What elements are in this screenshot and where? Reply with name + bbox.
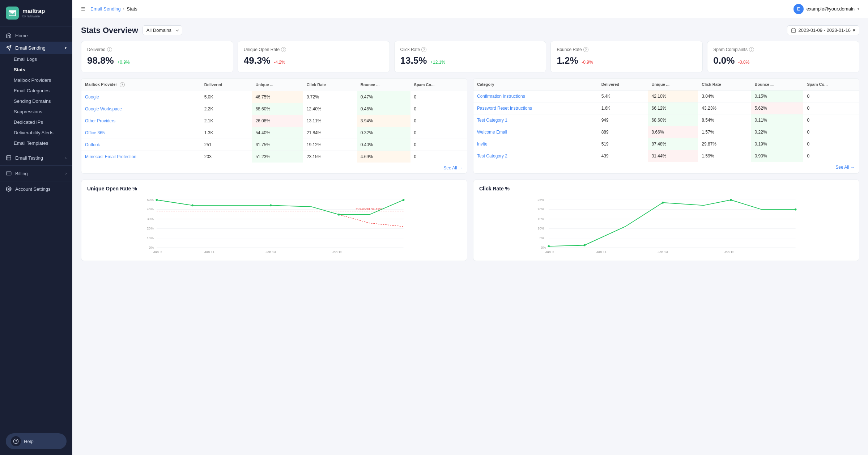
cat-unique-cell: 87.48%	[648, 138, 698, 150]
sidebar-sub-stats[interactable]: Stats	[0, 64, 72, 75]
cat-delivered-cell: 1.6K	[598, 102, 648, 114]
see-all-mailbox-row: See All →	[81, 163, 467, 173]
col-mailbox-bounce: Bounce ...	[357, 79, 410, 91]
mailbox-name-cell[interactable]: Google	[81, 91, 201, 103]
cat-name-cell[interactable]: Test Category 1	[473, 114, 598, 126]
mailbox-spam-cell: 0	[410, 103, 467, 115]
breadcrumb-current: Stats	[127, 6, 137, 12]
cat-unique-cell: 66.12%	[648, 102, 698, 114]
see-all-mailbox-link[interactable]: See All →	[443, 165, 463, 170]
svg-text:Jan 11: Jan 11	[204, 250, 214, 254]
date-range-value: 2023-01-09 - 2023-01-16	[798, 28, 851, 33]
open-rate-chart-title: Unique Open Rate %	[87, 186, 461, 191]
sidebar-item-account-settings[interactable]: Account Settings	[0, 183, 72, 195]
cat-delivered-cell: 5.4K	[598, 90, 648, 102]
info-icon-mailbox[interactable]: ?	[120, 82, 125, 87]
cat-name-cell[interactable]: Invite	[473, 138, 598, 150]
date-range-picker[interactable]: 2023-01-09 - 2023-01-16 ▾	[787, 25, 859, 35]
table-row: Confirmation Instructions 5.4K 42.10% 3.…	[473, 90, 859, 102]
sidebar-sub-mailbox-providers[interactable]: Mailbox Providers	[0, 75, 72, 85]
avatar: E	[793, 4, 804, 14]
info-icon-open-rate[interactable]: ?	[281, 47, 286, 52]
sidebar-sub-email-categories[interactable]: Email Categories	[0, 85, 72, 96]
mailbox-unique-cell: 26.08%	[252, 115, 303, 127]
mailbox-bounce-cell: 0.47%	[357, 91, 410, 103]
table-row: Mimecast Email Protection 203 51.23% 23.…	[81, 151, 467, 163]
cat-spam-cell: 0	[803, 138, 859, 150]
see-all-category-link[interactable]: See All →	[835, 165, 855, 170]
mailbox-delivered-cell: 1.3K	[201, 127, 252, 139]
sidebar-sub-deliverability-alerts[interactable]: Deliverability Alerts	[0, 127, 72, 138]
cat-unique-cell: 8.66%	[648, 126, 698, 138]
sidebar-sub-sending-domains[interactable]: Sending Domains	[0, 96, 72, 106]
info-icon-delivered[interactable]: ?	[107, 47, 112, 52]
info-icon-bounce-rate[interactable]: ?	[583, 47, 588, 52]
mailbox-bounce-cell: 4.69%	[357, 151, 410, 163]
mailbox-click-cell: 13.11%	[303, 115, 357, 127]
sidebar-item-billing-label: Billing	[15, 171, 28, 176]
card-open-rate-delta: -4.2%	[274, 60, 285, 65]
sidebar-item-email-sending[interactable]: Email Sending ▾	[0, 42, 72, 54]
summary-card-delivered: Delivered ? 98.8% +0.9%	[81, 41, 233, 72]
help-button[interactable]: Help	[6, 433, 67, 449]
sidebar-sub-email-logs[interactable]: Email Logs	[0, 54, 72, 64]
mailbox-unique-cell: 54.40%	[252, 127, 303, 139]
svg-text:0%: 0%	[541, 245, 546, 249]
cat-delivered-cell: 889	[598, 126, 648, 138]
mailbox-name-cell[interactable]: Mimecast Email Protection	[81, 151, 201, 163]
cat-name-cell[interactable]: Password Reset Instructions	[473, 102, 598, 114]
svg-text:Jan 15: Jan 15	[332, 250, 342, 254]
sidebar-item-billing[interactable]: Billing ›	[0, 167, 72, 180]
table-row: Google 5.0K 46.75% 9.72% 0.47% 0	[81, 91, 467, 103]
domain-select[interactable]: All Domains Domain 1 Domain 2	[142, 25, 182, 35]
breadcrumb-parent[interactable]: Email Sending	[90, 6, 121, 12]
mailbox-name-cell[interactable]: Google Workspace	[81, 103, 201, 115]
mailbox-bounce-cell: 3.94%	[357, 115, 410, 127]
hamburger-icon[interactable]: ☰	[81, 6, 85, 12]
click-rate-chart-svg: 25% 20% 15% 10% 5% 0%	[479, 196, 853, 254]
sidebar-sub-dedicated-ips[interactable]: Dedicated IPs	[0, 117, 72, 127]
col-cat-spam: Spam Co...	[803, 79, 859, 90]
mailbox-provider-table: Mailbox Provider ? Delivered Unique ... …	[81, 79, 467, 163]
cat-click-cell: 29.87%	[698, 138, 751, 150]
svg-text:Jan 13: Jan 13	[265, 250, 276, 254]
cat-delivered-cell: 519	[598, 138, 648, 150]
mailbox-name-cell[interactable]: Office 365	[81, 127, 201, 139]
help-label: Help	[24, 439, 34, 444]
svg-text:Jan 9: Jan 9	[153, 250, 162, 254]
user-area[interactable]: E example@your.domain ▾	[793, 4, 859, 14]
mailbox-click-cell: 9.72%	[303, 91, 357, 103]
card-click-rate-value: 13.5%	[400, 55, 427, 66]
sidebar-sub-suppressions[interactable]: Suppressions	[0, 106, 72, 117]
col-cat-delivered: Delivered	[598, 79, 648, 90]
mailbox-delivered-cell: 251	[201, 139, 252, 151]
svg-text:Jan 11: Jan 11	[596, 250, 607, 254]
chevron-down-icon: ▾	[858, 7, 859, 11]
info-icon-spam[interactable]: ?	[749, 47, 754, 52]
sidebar-item-email-testing[interactable]: Email Testing ›	[0, 152, 72, 164]
sidebar-item-home[interactable]: Home	[0, 29, 72, 42]
cat-name-cell[interactable]: Welcome Email	[473, 126, 598, 138]
table-row: Password Reset Instructions 1.6K 66.12% …	[473, 102, 859, 114]
logo-name: mailtrap	[22, 8, 45, 14]
card-bounce-rate-value: 1.2%	[557, 55, 578, 66]
col-mailbox-unique: Unique ...	[252, 79, 303, 91]
cat-click-cell: 8.54%	[698, 114, 751, 126]
svg-text:10%: 10%	[147, 236, 154, 240]
mailbox-name-cell[interactable]: Outlook	[81, 139, 201, 151]
chart-dot	[548, 245, 550, 248]
cat-name-cell[interactable]: Test Category 2	[473, 150, 598, 162]
cat-name-cell[interactable]: Confirmation Instructions	[473, 90, 598, 102]
cat-spam-cell: 0	[803, 114, 859, 126]
sidebar-sub-email-templates[interactable]: Email Templates	[0, 138, 72, 148]
mailbox-bounce-cell: 0.32%	[357, 127, 410, 139]
chart-dot	[403, 199, 405, 201]
col-cat-click: Click Rate	[698, 79, 751, 90]
open-rate-chart-area: 50% 40% 30% 20% 10% 0%	[87, 196, 461, 255]
mailbox-name-cell[interactable]: Other Providers	[81, 115, 201, 127]
cat-bounce-cell: 5.62%	[751, 102, 804, 114]
cat-unique-cell: 68.60%	[648, 114, 698, 126]
cat-spam-cell: 0	[803, 126, 859, 138]
mailbox-spam-cell: 0	[410, 91, 467, 103]
info-icon-click-rate[interactable]: ?	[421, 47, 426, 52]
